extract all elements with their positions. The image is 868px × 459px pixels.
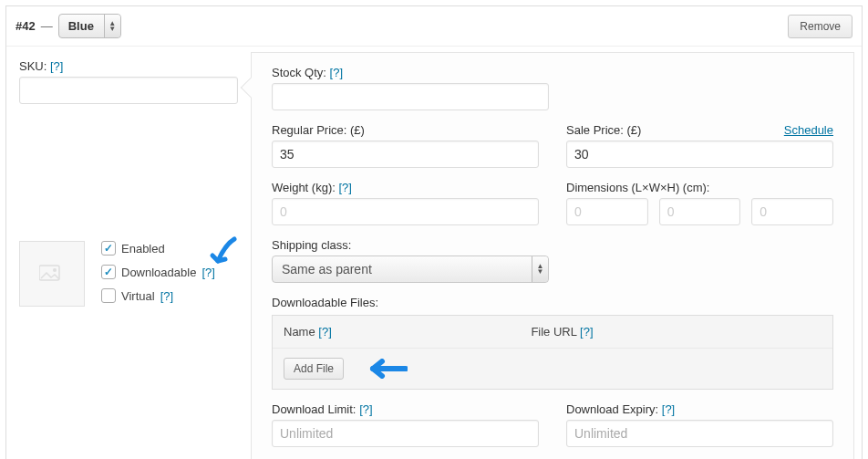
height-input[interactable] — [751, 198, 833, 225]
shipping-class-label: Shipping class: — [272, 238, 549, 252]
schedule-link[interactable]: Schedule — [784, 123, 833, 137]
arrow-annotation-icon — [362, 359, 408, 379]
files-col-name: Name [?] — [284, 325, 531, 339]
variation-panel: #42 — Blue ▲▼ Remove SKU: [?] — [5, 5, 863, 459]
sku-input[interactable] — [19, 77, 238, 104]
download-limit-label: Download Limit: [?] — [272, 402, 539, 416]
shipping-class-select[interactable]: Same as parent — [272, 256, 549, 283]
help-icon[interactable]: [?] — [359, 402, 372, 416]
virtual-checkbox[interactable] — [101, 288, 116, 303]
left-column: SKU: [?] Enabled — [6, 47, 251, 459]
sku-label: SKU: [?] — [19, 59, 238, 73]
downloadable-files-table: Name [?] File URL [?] Add File — [272, 315, 833, 390]
right-column: Stock Qty: [?] Regular Price: (£) Sale P… — [251, 52, 854, 459]
sale-price-label: Sale Price: (£) — [566, 123, 641, 137]
add-file-button[interactable]: Add File — [284, 358, 344, 380]
attribute-select[interactable]: Blue — [58, 14, 121, 38]
weight-input[interactable] — [272, 198, 539, 225]
help-icon[interactable]: [?] — [160, 289, 173, 303]
remove-button[interactable]: Remove — [788, 15, 852, 38]
downloadable-files-label: Downloadable Files: — [272, 296, 833, 309]
length-input[interactable] — [566, 198, 648, 225]
stock-qty-input[interactable] — [272, 83, 549, 110]
help-icon[interactable]: [?] — [338, 181, 351, 194]
stock-qty-label: Stock Qty: [?] — [272, 66, 549, 79]
image-placeholder[interactable] — [19, 241, 85, 307]
downloadable-checkbox[interactable] — [101, 265, 116, 279]
download-expiry-input[interactable] — [566, 420, 833, 447]
dash: — — [41, 19, 53, 33]
help-icon[interactable]: [?] — [580, 325, 593, 339]
width-input[interactable] — [659, 198, 741, 225]
help-icon[interactable]: [?] — [662, 402, 675, 416]
enabled-checkbox[interactable] — [101, 241, 116, 256]
help-icon[interactable]: [?] — [318, 325, 331, 339]
downloadable-label: Downloadable — [121, 266, 196, 279]
download-limit-input[interactable] — [272, 420, 539, 447]
dimensions-label: Dimensions (L×W×H) (cm): — [566, 181, 833, 194]
variation-id: #42 — [16, 19, 36, 33]
image-icon — [39, 264, 65, 284]
help-icon[interactable]: [?] — [202, 266, 214, 279]
files-col-url: File URL [?] — [531, 325, 593, 339]
download-expiry-label: Download Expiry: [?] — [566, 402, 833, 416]
weight-label: Weight (kg): [?] — [272, 181, 539, 194]
regular-price-input[interactable] — [272, 141, 539, 168]
help-icon[interactable]: [?] — [330, 66, 343, 79]
variation-header: #42 — Blue ▲▼ Remove — [6, 6, 862, 47]
svg-point-1 — [53, 268, 57, 272]
virtual-label: Virtual — [121, 289, 155, 303]
sale-price-input[interactable] — [566, 141, 833, 168]
enabled-label: Enabled — [121, 242, 165, 256]
regular-price-label: Regular Price: (£) — [272, 123, 539, 137]
help-icon[interactable]: [?] — [50, 59, 63, 73]
